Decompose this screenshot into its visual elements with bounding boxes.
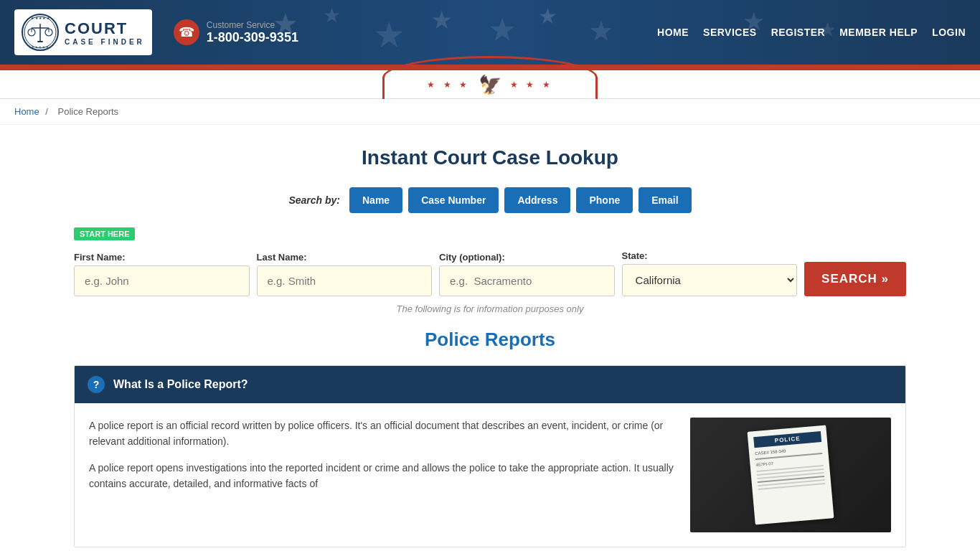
city-input[interactable] [439, 265, 615, 296]
question-icon: ? [88, 376, 105, 393]
logo-case-finder-text: CASE FINDER [65, 38, 145, 46]
city-label: City (optional): [439, 252, 615, 263]
header-nav: HOME SERVICES REGISTER MEMBER HELP LOGIN [657, 27, 966, 38]
svg-text:★ ★ ★ ★ ★: ★ ★ ★ ★ ★ [31, 16, 50, 20]
cs-text: Customer Service 1-800-309-9351 [207, 20, 298, 45]
state-label: State: [622, 250, 798, 261]
cs-phone: 1-800-309-9351 [207, 30, 298, 45]
logo-court-text: COURT [65, 19, 145, 38]
last-name-label: Last Name: [257, 252, 433, 263]
info-text-1: A police report is an official record wr… [89, 418, 676, 450]
logo-emblem: ★ ★ ★ ★ ★ ★ ★ ★ ★ ★ [22, 14, 59, 51]
last-name-group: Last Name: [257, 252, 433, 296]
search-tab-address[interactable]: Address [504, 187, 570, 213]
logo-box: ★ ★ ★ ★ ★ ★ ★ ★ ★ ★ COURT CASE FINDER [14, 9, 152, 55]
breadcrumb-separator: / [45, 106, 48, 117]
nav-services[interactable]: SERVICES [703, 27, 757, 38]
breadcrumb-home[interactable]: Home [14, 106, 39, 117]
eagle-banner: ★ ★ ★ 🦅 ★ ★ ★ [0, 70, 980, 99]
search-by-row: Search by: Name Case Number Address Phon… [74, 187, 906, 213]
phone-icon: ☎ [174, 19, 199, 45]
search-button[interactable]: SEARCH » [804, 262, 906, 296]
city-group: City (optional): [439, 252, 615, 296]
breadcrumb-current: Police Reports [58, 106, 119, 117]
disclaimer: The following is for information purpose… [74, 303, 906, 314]
nav-register[interactable]: REGISTER [771, 27, 826, 38]
svg-text:★ ★ ★ ★ ★: ★ ★ ★ ★ ★ [32, 45, 49, 49]
info-box-text: A police report is an official record wr… [89, 418, 676, 502]
breadcrumb: Home / Police Reports [0, 99, 980, 125]
page-title: Instant Court Case Lookup [74, 146, 906, 169]
state-select[interactable]: AlabamaAlaskaArizonaArkansasCaliforniaCo… [622, 264, 798, 296]
header-content: ★ ★ ★ ★ ★ ★ ★ ★ ★ ★ COURT CASE FINDER [0, 9, 980, 55]
logo-area: ★ ★ ★ ★ ★ ★ ★ ★ ★ ★ COURT CASE FINDER [14, 9, 298, 55]
report-paper: POLICE CASE# 158-349 457PI-07 [748, 425, 834, 524]
nav-member-help[interactable]: MEMBER HELP [839, 27, 918, 38]
section-title: Police Reports [74, 329, 906, 351]
eagle-arc [382, 56, 598, 99]
search-tab-name[interactable]: Name [349, 187, 402, 213]
start-here-badge: START HERE [74, 227, 135, 240]
svg-rect-9 [37, 41, 43, 42]
police-report-image: POLICE CASE# 158-349 457PI-07 [690, 418, 891, 532]
customer-service: ☎ Customer Service 1-800-309-9351 [174, 19, 298, 45]
nav-login[interactable]: LOGIN [932, 27, 966, 38]
search-by-label: Search by: [288, 194, 340, 206]
search-form: First Name: Last Name: City (optional): … [74, 250, 906, 296]
info-box-body: A police report is an official record wr… [75, 403, 905, 547]
first-name-label: First Name: [74, 252, 250, 263]
site-header: ★ ★ ★ ★ ★ ★ ★ ★ ★ ★ ★ ★ ★ ★ [0, 0, 980, 65]
info-text-2: A police report opens investigations int… [89, 460, 676, 492]
info-box: ? What Is a Police Report? A police repo… [74, 365, 906, 547]
logo-text: COURT CASE FINDER [65, 19, 145, 46]
info-box-title: What Is a Police Report? [113, 378, 248, 391]
last-name-input[interactable] [257, 265, 433, 296]
state-group: State: AlabamaAlaskaArizonaArkansasCalif… [622, 250, 798, 296]
search-tab-case-number[interactable]: Case Number [408, 187, 499, 213]
cs-label: Customer Service [207, 20, 298, 30]
first-name-group: First Name: [74, 252, 250, 296]
search-tab-phone[interactable]: Phone [576, 187, 633, 213]
info-box-header: ? What Is a Police Report? [75, 366, 905, 403]
nav-home[interactable]: HOME [657, 27, 689, 38]
search-tab-email[interactable]: Email [639, 187, 691, 213]
report-visual: POLICE CASE# 158-349 457PI-07 [690, 418, 891, 532]
main-content: Instant Court Case Lookup Search by: Nam… [60, 125, 920, 551]
first-name-input[interactable] [74, 265, 250, 296]
